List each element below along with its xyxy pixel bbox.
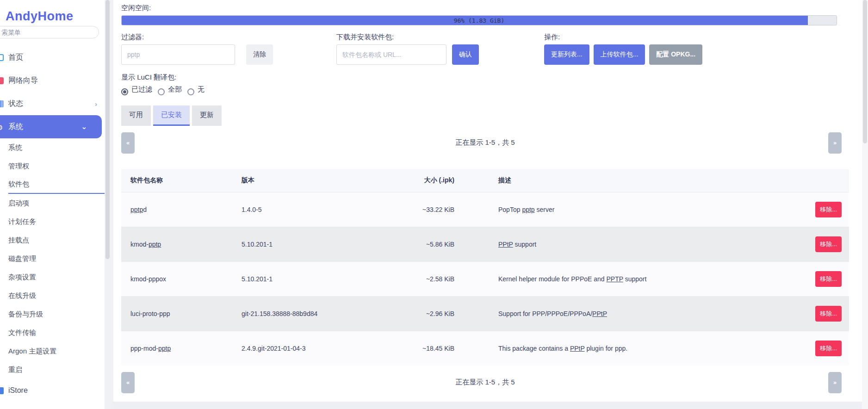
free-space-label: 空闲空间: xyxy=(121,4,849,12)
filter-section: 过滤器: 清除 xyxy=(121,33,336,65)
sidebar-subitem-administration[interactable]: 管理权 xyxy=(8,157,105,175)
package-description: PopTop pptp server xyxy=(454,206,807,213)
tab-已安装[interactable]: 已安装 xyxy=(153,105,190,126)
radio-option[interactable]: 已过滤 xyxy=(121,85,152,95)
remove-button[interactable]: 移除... xyxy=(815,236,842,252)
next-page-button[interactable]: » xyxy=(828,372,842,393)
plain-text: luci-proto-ppp xyxy=(130,310,170,317)
table-row: luci-proto-pppgit-21.158.38888-88b9d84~2… xyxy=(121,296,849,331)
sidebar-subitem-startup[interactable]: 启动项 xyxy=(8,194,105,212)
package-size: ~5.86 KiB xyxy=(383,241,454,248)
sidebar-subitem-label: 软件包 xyxy=(8,180,29,189)
sidebar-subitem-diskman[interactable]: 磁盘管理 xyxy=(8,249,105,268)
status-icon xyxy=(0,100,4,107)
link-text[interactable]: pptp xyxy=(158,345,171,352)
package-tabs: 可用已安装更新 xyxy=(121,105,849,126)
sidebar-subitem-label: 重启 xyxy=(8,366,22,374)
package-version: 2.4.9.git-2021-01-04-3 xyxy=(242,345,383,352)
gear-icon xyxy=(0,124,4,130)
plain-text: Support for PPP/PPPoE/PPPoA/ xyxy=(498,310,592,317)
sidebar-scrollbar[interactable] xyxy=(105,0,113,409)
header-size: 大小 (.ipk) xyxy=(383,176,454,185)
plain-text: kmod-pppox xyxy=(130,275,166,283)
link-text[interactable]: pptp xyxy=(522,206,534,213)
sidebar-subitem-label: Argon 主题设置 xyxy=(8,347,56,356)
sidebar-subitem-crontab[interactable]: 计划任务 xyxy=(8,212,105,231)
package-actions: 移除... xyxy=(807,341,849,356)
remove-button[interactable]: 移除... xyxy=(815,271,842,287)
page-scrollbar[interactable] xyxy=(862,0,868,409)
sidebar-item-network-wizard[interactable]: 网络向导 xyxy=(0,69,105,92)
sidebar-subitem-system[interactable]: 系统 xyxy=(8,138,105,157)
package-size: ~2.58 KiB xyxy=(383,275,454,283)
remove-button[interactable]: 移除... xyxy=(815,202,842,217)
link-text[interactable]: PPtP xyxy=(498,241,513,248)
sidebar-subitem-online-upgrade[interactable]: 在线升级 xyxy=(8,286,105,305)
radio-icon[interactable] xyxy=(121,88,128,95)
package-url-input[interactable] xyxy=(336,44,446,65)
next-page-button[interactable]: » xyxy=(828,132,842,154)
plain-text: This package contains a xyxy=(498,345,570,352)
package-name: pptpd xyxy=(121,206,242,213)
package-actions: 移除... xyxy=(807,271,849,287)
sidebar-item-home[interactable]: 首页 xyxy=(0,46,105,69)
main-area: 空闲空间: 96% (1.83 GiB) 过滤器: 清除 下载并安装软件包: xyxy=(113,0,862,409)
link-text[interactable]: pptp xyxy=(149,241,161,248)
package-version: 5.10.201-1 xyxy=(242,275,383,283)
menu-search-input[interactable] xyxy=(0,26,99,38)
sidebar-subitem-argon-config[interactable]: Argon 主题设置 xyxy=(8,342,105,360)
package-actions: 移除... xyxy=(807,202,849,217)
clear-filter-button[interactable]: 清除 xyxy=(246,44,273,65)
filter-input[interactable] xyxy=(121,44,235,65)
controls-row: 过滤器: 清除 下载并安装软件包: 确认 操作: 更新列表...上传软件包... xyxy=(121,33,849,65)
link-text[interactable]: PPTP xyxy=(606,275,623,283)
sidebar-item-istore[interactable]: iStore xyxy=(0,379,105,402)
sidebar-item-system[interactable]: 系统⌄ xyxy=(0,115,102,138)
app-root: AndyHome 首页网络向导状态›系统⌄系统管理权软件包启动项计划任务挂载点磁… xyxy=(0,0,868,409)
package-description: This package contains a PPtP plugin for … xyxy=(454,345,807,352)
sidebar-subitem-software[interactable]: 软件包 xyxy=(8,175,105,194)
radio-icon[interactable] xyxy=(158,88,165,95)
radio-icon[interactable] xyxy=(187,88,194,95)
package-name: kmod-pptp xyxy=(121,241,242,248)
action-button[interactable]: 上传软件包... xyxy=(594,44,645,65)
link-text[interactable]: PPtP xyxy=(570,345,585,352)
software-page: 空闲空间: 96% (1.83 GiB) 过滤器: 清除 下载并安装软件包: xyxy=(113,0,862,402)
action-button[interactable]: 配置 OPKG... xyxy=(649,44,702,65)
link-text[interactable]: pptp xyxy=(130,206,143,213)
sidebar-subitem-mounts[interactable]: 挂载点 xyxy=(8,231,105,249)
sidebar-subitem-label: 启动项 xyxy=(8,199,29,208)
sidebar-item-label: 首页 xyxy=(8,53,23,62)
sidebar: AndyHome 首页网络向导状态›系统⌄系统管理权软件包启动项计划任务挂载点磁… xyxy=(0,0,105,409)
sidebar-item-status[interactable]: 状态› xyxy=(0,92,105,115)
sidebar-subitem-reboot[interactable]: 重启 xyxy=(8,360,105,379)
action-button[interactable]: 更新列表... xyxy=(544,44,589,65)
istore-icon xyxy=(0,387,4,394)
tab-可用[interactable]: 可用 xyxy=(121,105,151,126)
chevron-right-icon: › xyxy=(95,100,97,108)
remove-button[interactable]: 移除... xyxy=(815,306,842,322)
pagination-status: 正在显示 1-5，共 5 xyxy=(121,138,849,147)
plain-text: support xyxy=(623,275,647,283)
tab-更新[interactable]: 更新 xyxy=(192,105,222,126)
sidebar-subitem-label: 在线升级 xyxy=(8,291,36,300)
pagination-bottom: « 正在显示 1-5，共 5 » xyxy=(121,366,849,399)
actions-buttons: 更新列表...上传软件包...配置 OPKG... xyxy=(544,44,702,65)
sidebar-subitem-file-transfer[interactable]: 文件传输 xyxy=(8,323,105,342)
free-space-progressbar: 96% (1.83 GiB) xyxy=(121,15,837,25)
sidebar-subitem-misc[interactable]: 杂项设置 xyxy=(8,268,105,286)
sidebar-scrollbar-thumb[interactable] xyxy=(105,0,110,259)
chevron-down-icon: ⌄ xyxy=(81,123,87,131)
sidebar-subitem-backup-flash[interactable]: 备份与升级 xyxy=(8,305,105,323)
table-row: kmod-pppox5.10.201-1~2.58 KiBKernel help… xyxy=(121,261,849,296)
ok-button[interactable]: 确认 xyxy=(452,44,479,65)
remove-button[interactable]: 移除... xyxy=(815,341,842,356)
link-text[interactable]: PPtP xyxy=(592,310,607,317)
plain-text: support xyxy=(513,241,537,248)
plain-text: kmod- xyxy=(130,241,149,248)
radio-option[interactable]: 全部 xyxy=(158,85,182,95)
page-scrollbar-thumb[interactable] xyxy=(863,0,867,143)
package-description: PPtP support xyxy=(454,241,807,248)
package-description: Support for PPP/PPPoE/PPPoA/PPtP xyxy=(454,310,807,317)
radio-option[interactable]: 无 xyxy=(187,85,205,95)
